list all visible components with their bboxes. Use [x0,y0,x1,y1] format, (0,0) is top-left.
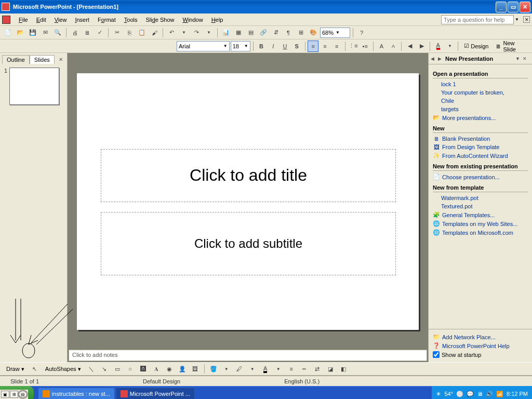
language-indicator[interactable]: English (U.S.) [284,378,320,384]
help-search-input[interactable] [441,15,514,24]
design-template-link[interactable]: 🖼From Design Template [433,143,528,151]
system-tray[interactable]: ☀ 54° ⚪ 💬 🖥 🔊 📶 8:12 PM [432,386,532,399]
tray-icon[interactable]: ⚪ [456,391,463,397]
arrow-style-button[interactable]: ⇄ [312,363,323,375]
slide-thumbnail[interactable] [9,68,59,105]
arrow-button[interactable]: ↘ [99,363,110,375]
shadow-style-button[interactable]: ◪ [325,363,336,375]
tray-icon[interactable]: 🖥 [477,391,483,397]
align-right-button[interactable]: ≡ [331,41,342,52]
help-dropdown-icon[interactable]: ▼ [515,17,519,22]
search-button[interactable]: 🔍 [52,27,63,38]
print-preview-button[interactable]: 🗎 [82,27,93,38]
dropdown-icon[interactable]: ▼ [515,56,523,61]
notes-pane[interactable]: Click to add notes [69,350,427,361]
recent-link[interactable]: Chile [433,97,528,105]
line-style-button[interactable]: ≡ [286,363,297,375]
maximize-button[interactable]: ▭ [508,2,518,12]
panel-close-button[interactable]: ✕ [57,56,65,63]
tray-icon[interactable]: 💬 [467,391,474,397]
template-link[interactable]: Textured.pot [433,202,528,210]
increase-indent-button[interactable]: ▶ [416,41,427,52]
line-dropdown-icon[interactable]: ▼ [247,363,258,375]
add-network-place-link[interactable]: 📁 Add Network Place... [433,332,528,341]
signal-icon[interactable]: 📶 [496,391,503,397]
increase-font-button[interactable]: A [376,41,387,52]
startup-checkbox-input[interactable] [433,351,440,358]
oval-button[interactable]: ○ [125,363,136,375]
align-center-button[interactable]: ≡ [320,41,330,52]
back-arrow-icon[interactable]: ◀ [431,56,438,61]
wordart-button[interactable]: 𝐀 [151,363,162,375]
align-left-button[interactable]: ≡ [308,41,318,52]
diagram-button[interactable]: ◉ [164,363,175,375]
shadow-button[interactable]: S [291,41,302,52]
autocontent-wizard-link[interactable]: ✨From AutoContent Wizard [433,151,528,160]
email-button[interactable]: ✉ [39,27,51,38]
tab-slides[interactable]: Slides [30,55,55,64]
open-button[interactable]: 📂 [15,27,26,38]
redo-dropdown-icon[interactable]: ▼ [203,27,215,38]
recent-link[interactable]: lock 1 [433,80,528,88]
taskbar-item-powerpoint[interactable]: Microsoft PowerPoint ... [116,388,195,399]
underline-button[interactable]: U [280,41,290,52]
show-formatting-button[interactable]: ¶ [283,27,294,38]
print-button[interactable]: 🖨 [69,27,81,38]
save-button[interactable]: 💾 [27,27,38,38]
copy-button[interactable]: ⎘ [124,27,135,38]
cut-button[interactable]: ✂ [111,27,123,38]
new-button[interactable]: 📄 [2,27,14,38]
menu-edit[interactable]: Edit [32,15,50,24]
decrease-font-button[interactable]: A [388,41,399,52]
italic-button[interactable]: I [268,41,278,52]
taskbar-item-instructables[interactable]: instructables : new st... [38,388,115,399]
fill-dropdown-icon[interactable]: ▼ [221,363,232,375]
hyperlink-button[interactable]: 🔗 [258,27,269,38]
sorter-view-button[interactable]: ⊞ [10,391,18,398]
redo-button[interactable]: ↷ [191,27,202,38]
decrease-indent-button[interactable]: ◀ [404,41,415,52]
powerpoint-help-link[interactable]: ❓ Microsoft PowerPoint Help [433,341,528,350]
menu-slideshow[interactable]: Slide Show [141,15,178,24]
bullets-button[interactable]: •≡ [360,41,370,52]
undo-dropdown-icon[interactable]: ▼ [178,27,190,38]
numbering-button[interactable]: ⋮≡ [348,41,359,52]
minimize-button[interactable]: _ [496,2,507,12]
close-button[interactable]: ✕ [520,2,530,12]
fill-color-button[interactable]: 🪣 [208,363,219,375]
menu-file[interactable]: File [15,15,32,24]
weather-icon[interactable]: ☀ [436,391,441,397]
show-at-startup-checkbox[interactable]: Show at startup [433,350,528,359]
template-link[interactable]: Watermark.pot [433,194,528,202]
microsoft-templates-link[interactable]: 🌐Templates on Microsoft.com [433,228,528,237]
general-templates-link[interactable]: 🧩General Templates... [433,210,528,219]
recent-link[interactable]: targets [433,105,528,113]
temperature[interactable]: 54° [444,391,453,397]
autoshapes-menu[interactable]: AutoShapes ▾ [42,365,84,374]
new-slide-button[interactable]: 🗎 New Slide [493,39,530,54]
format-painter-button[interactable]: 🖌 [149,27,160,38]
menu-window[interactable]: Window [179,15,207,24]
more-presentations-link[interactable]: 📂More presentations... [433,113,528,122]
doc-close-button[interactable]: ✕ [523,16,530,23]
web-templates-link[interactable]: 🌐Templates on my Web Sites... [433,219,528,228]
chart-button[interactable]: 📊 [220,27,232,38]
dash-style-button[interactable]: ┅ [299,363,310,375]
font-color-button[interactable]: A [433,41,444,52]
slideshow-view-button[interactable]: ▤ [19,391,27,398]
picture-button[interactable]: 🖼 [190,363,201,375]
slide-canvas-area[interactable]: Click to add title Click to add subtitle [68,53,428,350]
spelling-button[interactable]: ✓ [94,27,105,38]
help-button[interactable]: ? [356,27,367,38]
font-size-combo[interactable]: 18 ▼ [231,41,250,51]
blank-presentation-link[interactable]: 🗎Blank Presentation [433,135,528,143]
choose-presentation-link[interactable]: 📄Choose presentation... [433,172,528,181]
task-pane-close-icon[interactable]: ✕ [523,56,530,61]
menu-format[interactable]: Format [94,15,120,24]
forward-arrow-icon[interactable]: ▶ [438,56,445,61]
line-button[interactable]: ＼ [86,363,97,375]
recent-link[interactable]: Your computer is broken, [433,88,528,97]
table-button[interactable]: ▦ [233,27,244,38]
draw-menu[interactable]: Draw ▾ [3,365,28,374]
tab-outline[interactable]: Outline [2,55,30,64]
